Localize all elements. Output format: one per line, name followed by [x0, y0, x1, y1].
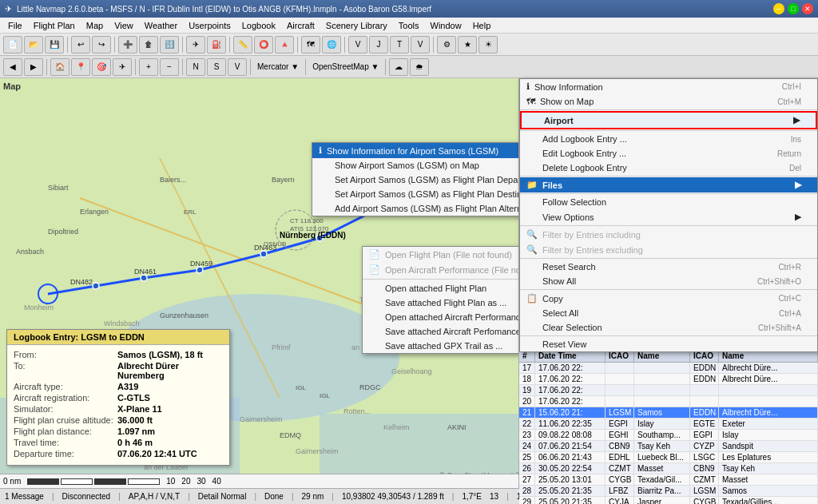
- tb2-weather2[interactable]: 🌧: [410, 58, 429, 76]
- table-row[interactable]: 22 11.06.20 22:35 EGPI Islay EGTE Exeter: [519, 419, 818, 430]
- ctx-r-airport[interactable]: Airport ▶: [520, 111, 817, 129]
- tb-t[interactable]: T: [390, 36, 409, 54]
- tb2-home[interactable]: 🏠: [50, 58, 69, 76]
- tb2-pos[interactable]: 📍: [71, 58, 90, 76]
- menu-tools[interactable]: Tools: [394, 19, 424, 32]
- ctx-r-follow[interactable]: Follow Selection: [520, 195, 817, 209]
- menu-help[interactable]: Help: [468, 19, 496, 32]
- menu-file[interactable]: File: [3, 19, 27, 32]
- tb-del[interactable]: 🗑: [139, 36, 158, 54]
- map-area[interactable]: DN435 DN456 DN463 DN459 DN461 DN482 EDDN…: [0, 78, 518, 488]
- ctx-r-add-log[interactable]: Add Logbook Entry ... Ins: [520, 132, 817, 146]
- tb-traffic[interactable]: 🔺: [275, 36, 294, 54]
- tb2-zoom-in[interactable]: +: [139, 58, 158, 76]
- ctx-r-show-all[interactable]: Show All Ctrl+Shift+O: [520, 274, 817, 288]
- scale-seg2: [61, 478, 93, 485]
- ctx-r-view-opts[interactable]: View Options ▶: [520, 209, 817, 224]
- menu-map[interactable]: Map: [81, 19, 108, 32]
- tb-open[interactable]: 📂: [24, 36, 43, 54]
- scale-seg1: [27, 478, 59, 485]
- tb-star[interactable]: ★: [458, 36, 477, 54]
- tb-aircraft[interactable]: ✈: [186, 36, 205, 54]
- ctx-set-departure[interactable]: Set Airport Samos (LGSM) as Flight Plan …: [312, 173, 518, 187]
- table-row-selected[interactable]: 21 15.06.20 21: LGSM Samos EDDN Albrecht…: [519, 407, 818, 419]
- toolbar-1: 📄 📂 💾 ↩ ↪ ➕ 🗑 🔢 ✈ ⛽ 📏 ⭕ 🔺 🗺 🌐 V J T V ⚙ …: [0, 34, 818, 56]
- table-row[interactable]: 29 25.05.20 21:35 CYJA Jasper CYGB Texad…: [519, 497, 818, 504]
- table-row[interactable]: 27 25.05.20 13:01 CYGB Texada/Gil... CZM…: [519, 474, 818, 486]
- tb2-mercator[interactable]: Mercator ▼: [254, 62, 302, 71]
- tb2-forward[interactable]: ▶: [24, 58, 43, 76]
- ctx-r-select-all[interactable]: Select All Ctrl+A: [520, 306, 817, 320]
- lb-type-value: A319: [117, 382, 138, 391]
- ctx-show-on-map[interactable]: Show Airport Samos (LGSM) on Map: [312, 158, 518, 173]
- table-row[interactable]: 23 09.08.22 08:08 EGHI Southamp... EGPI …: [519, 430, 818, 441]
- logbook-table[interactable]: 17 17.06.20 22: EDDN Albrecht Düre... 18…: [519, 363, 818, 504]
- ctx-open-perf[interactable]: Open attached Aircraft Performance: [363, 310, 518, 324]
- table-row[interactable]: 20 17.06.20 22:: [519, 396, 818, 407]
- tb-measure[interactable]: 📏: [233, 36, 252, 54]
- ctx-open-fp[interactable]: Open attached Flight Plan: [363, 281, 518, 296]
- airport-context-menu: ℹ Show Information for Airport Samos (LG…: [312, 142, 518, 216]
- tb-save[interactable]: 💾: [45, 36, 64, 54]
- ctx-r-edit-log[interactable]: Edit Logbook Entry ... Return: [520, 146, 817, 161]
- table-row[interactable]: 28 25.05.20 21:35 LFBZ Biarritz Pa... LG…: [519, 486, 818, 497]
- table-row[interactable]: 18 17.06.20 22: EDDN Albrecht Düre...: [519, 374, 818, 385]
- ctx-save-fp[interactable]: Save attached Flight Plan as ...: [363, 296, 518, 310]
- table-row[interactable]: 17 17.06.20 22: EDDN Albrecht Düre...: [519, 363, 818, 374]
- tb-range[interactable]: ⭕: [254, 36, 273, 54]
- ctx-save-gpx[interactable]: Save attached GPX Trail as ...: [363, 339, 518, 353]
- menu-scenery[interactable]: Scenery Library: [321, 19, 392, 32]
- tb2-airport[interactable]: ✈: [113, 58, 132, 76]
- tb2-n[interactable]: N: [186, 58, 205, 76]
- tb-new[interactable]: 📄: [3, 36, 22, 54]
- tb-map1[interactable]: 🗺: [301, 36, 320, 54]
- tb-undo[interactable]: ↩: [71, 36, 90, 54]
- ctx-r-del-log[interactable]: Delete Logbook Entry Del: [520, 161, 817, 175]
- tb-sun[interactable]: ☀: [478, 36, 498, 54]
- menu-view[interactable]: View: [109, 19, 138, 32]
- minimize-button[interactable]: ─: [773, 3, 784, 14]
- menu-logbook[interactable]: Logbook: [237, 19, 280, 32]
- ctx-show-info[interactable]: ℹ Show Information for Airport Samos (LG…: [312, 143, 518, 158]
- ctx-r-show-map[interactable]: 🗺 Show on Map Ctrl+M: [520, 94, 817, 109]
- tb2-dest[interactable]: 🎯: [92, 58, 111, 76]
- tb2-s[interactable]: S: [207, 58, 226, 76]
- table-row[interactable]: 24 07.06.20 21:54 CBN9 Tsay Keh CYZP San…: [519, 441, 818, 452]
- ctx-save-perf[interactable]: Save attached Aircraft Perfomance as ...: [363, 324, 518, 339]
- tb-j[interactable]: J: [369, 36, 388, 54]
- menu-aircraft[interactable]: Aircraft: [282, 19, 320, 32]
- ctx-r-reset-search[interactable]: Reset Search Ctrl+R: [520, 260, 817, 274]
- tb2-osm[interactable]: OpenStreetMap ▼: [309, 62, 382, 71]
- table-row[interactable]: 19 17.06.20 22:: [519, 385, 818, 396]
- tb2-weather1[interactable]: ☁: [389, 58, 408, 76]
- ctx-r-show-info[interactable]: ℹ Show Information Ctrl+I: [520, 79, 817, 94]
- lb-from-row: From: Samos (LGSM), 18 ft: [14, 350, 223, 359]
- scale-20: 20: [181, 477, 190, 486]
- tb-v2[interactable]: V: [411, 36, 430, 54]
- tb-fuel[interactable]: ⛽: [207, 36, 226, 54]
- tb-add[interactable]: ➕: [118, 36, 137, 54]
- tb-calc[interactable]: 🔢: [160, 36, 179, 54]
- table-row[interactable]: 26 30.05.20 22:54 CZMT Masset CBN9 Tsay …: [519, 463, 818, 474]
- ctx-r-reset-view[interactable]: Reset View: [520, 337, 817, 351]
- close-button[interactable]: ✕: [802, 3, 813, 14]
- menu-window[interactable]: Window: [426, 19, 467, 32]
- tb-settings[interactable]: ⚙: [437, 36, 456, 54]
- ctx-r-files[interactable]: 📁 Files ▶: [520, 177, 817, 192]
- tb-map2[interactable]: 🌐: [322, 36, 341, 54]
- table-row[interactable]: 25 06.06.20 21:43 EDHL Luebeck Bl... LSG…: [519, 452, 818, 463]
- ctx-r-copy[interactable]: 📋 Copy Ctrl+C: [520, 291, 817, 306]
- ctx-set-destination[interactable]: Set Airport Samos (LGSM) as Flight Plan …: [312, 187, 518, 201]
- menu-weather[interactable]: Weather: [140, 19, 182, 32]
- ctx-add-alternate[interactable]: Add Airport Samos (LGSM) as Flight Plan …: [312, 201, 518, 216]
- tb-redo[interactable]: ↪: [92, 36, 111, 54]
- tb2-back[interactable]: ◀: [3, 58, 22, 76]
- tb-v1[interactable]: V: [348, 36, 367, 54]
- tb2-vor[interactable]: V: [228, 58, 247, 76]
- ctx-r-clear-sel[interactable]: Clear Selection Ctrl+Shift+A: [520, 320, 817, 335]
- maximize-button[interactable]: □: [788, 3, 799, 14]
- app-title: Little Navmap 2.6.0.beta - MSFS / N - IF…: [17, 5, 431, 14]
- tb2-zoom-out[interactable]: −: [160, 58, 179, 76]
- menu-flightplan[interactable]: Flight Plan: [29, 19, 80, 32]
- menu-userpoints[interactable]: Userpoints: [184, 19, 236, 32]
